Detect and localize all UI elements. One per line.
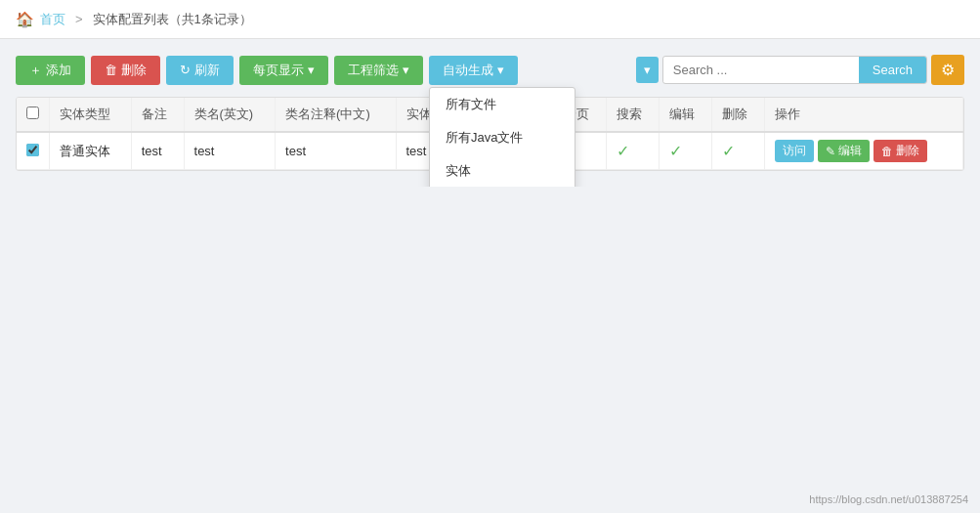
header-checkbox-col [17,98,50,132]
row-class-zh: test [276,132,396,170]
search-button[interactable]: Search [859,57,926,83]
edit-icon: ✎ [826,145,835,158]
visit-button[interactable]: 访问 [775,140,814,162]
gear-button[interactable]: ⚙ [931,55,964,85]
toolbar-right: ▾ Search ⚙ [636,55,964,85]
edit-button[interactable]: ✎编辑 [818,140,870,162]
header-class-en: 类名(英文) [184,98,276,132]
chevron-down-icon: ▾ [403,63,409,77]
trash-icon: 🗑 [105,63,117,77]
row-actions: 访问 ✎编辑 🗑删除 [765,133,963,169]
check-icon: ✓ [617,143,629,159]
add-button[interactable]: ＋ 添加 [16,56,85,85]
row-edit-flag: ✓ [659,132,711,170]
search-box: Search [662,56,927,84]
perpage-button[interactable]: 每页显示 ▾ [239,56,328,85]
topbar: 🏠 首页 > 实体配置列表（共1条记录） [0,0,980,39]
chevron-down-icon: ▾ [644,63,651,77]
trash-icon: 🗑 [881,145,893,158]
main-content: ＋ 添加 🗑 删除 ↻ 刷新 每页显示 ▾ 工程筛选 ▾ 自动生成 ▾ 所 [0,39,980,187]
header-note: 备注 [131,98,184,132]
arrow-button[interactable]: ▾ [636,57,659,83]
gear-icon: ⚙ [941,62,955,78]
page-title: 实体配置列表（共1条记录） [93,11,252,28]
check-icon: ✓ [722,143,735,159]
breadcrumb-separator: > [75,12,83,26]
refresh-button[interactable]: ↻ 刷新 [166,56,234,85]
select-all-checkbox[interactable] [26,107,39,119]
autogen-dropdown-container: 自动生成 ▾ 所有文件 所有Java文件 实体 数据访问层 数据业务层 控制器 … [429,56,518,85]
row-checkbox[interactable] [26,144,39,156]
check-icon: ✓ [669,143,682,159]
home-icon: 🏠 [16,11,34,28]
header-entity-type: 实体类型 [50,98,132,132]
header-search: 搜索 [606,98,659,132]
autogen-button[interactable]: 自动生成 ▾ [429,56,518,85]
dropdown-item-all-java[interactable]: 所有Java文件 [430,121,575,154]
header-edit: 编辑 [659,98,711,132]
row-entity-type: 普通实体 [50,132,132,170]
header-action: 操作 [764,98,962,132]
autogen-dropdown-menu: 所有文件 所有Java文件 实体 数据访问层 数据业务层 控制器 所有页面 li… [429,87,575,188]
refresh-icon: ↻ [180,63,191,77]
row-checkbox-cell [17,132,50,170]
row-delete2-flag: ✓ [711,132,764,170]
row-note: test [131,132,184,170]
add-icon: ＋ [29,62,42,79]
filter-button[interactable]: 工程筛选 ▾ [334,56,423,85]
header-delete2: 删除 [711,98,764,132]
delete-button[interactable]: 🗑删除 [873,140,927,162]
search-input[interactable] [663,58,859,82]
header-class-zh: 类名注释(中文) [276,98,396,132]
home-link[interactable]: 首页 [40,11,65,28]
dropdown-item-entity[interactable]: 实体 [430,154,575,188]
row-search-flag: ✓ [606,132,659,170]
bulk-delete-button[interactable]: 🗑 删除 [91,56,160,85]
dropdown-item-all-files[interactable]: 所有文件 [430,88,575,121]
chevron-down-icon: ▾ [308,63,315,77]
toolbar: ＋ 添加 🗑 删除 ↻ 刷新 每页显示 ▾ 工程筛选 ▾ 自动生成 ▾ 所 [16,55,964,85]
row-class-en: test [184,132,276,170]
chevron-down-icon: ▾ [497,63,504,77]
